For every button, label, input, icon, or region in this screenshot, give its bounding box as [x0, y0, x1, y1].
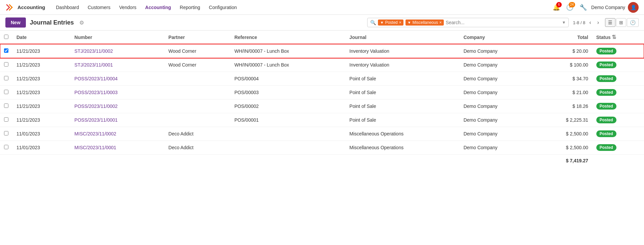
row-journal: Point of Sale [345, 113, 460, 127]
search-input[interactable] [446, 20, 560, 25]
nav-configuration[interactable]: Configuration [205, 3, 241, 12]
table-row[interactable]: 11/21/2023 STJ/2023/11/0002 Wood Corner … [0, 44, 644, 58]
status-badge: Posted [596, 130, 616, 137]
activity-view-button[interactable]: 🕐 [627, 18, 639, 27]
row-journal: Miscellaneous Operations [345, 141, 460, 155]
row-checkbox-cell[interactable] [0, 44, 12, 58]
row-number[interactable]: MISC/2023/11/0002 [71, 127, 165, 141]
nav-vendors[interactable]: Vendors [115, 3, 140, 12]
row-checkbox-cell[interactable] [0, 72, 12, 86]
top-navigation: Accounting Dashboard Customers Vendors A… [0, 0, 644, 15]
app-logo[interactable] [5, 3, 13, 11]
nav-customers[interactable]: Customers [84, 3, 115, 12]
new-button[interactable]: New [5, 17, 26, 28]
notifications-button[interactable]: 🔔 6 [551, 2, 562, 13]
row-checkbox-cell[interactable] [0, 127, 12, 141]
row-reference: POS/00004 [230, 72, 345, 86]
nav-accounting[interactable]: Accounting [141, 3, 175, 12]
row-checkbox[interactable] [4, 117, 8, 122]
activities-button[interactable]: 🕐 24 [564, 2, 575, 13]
row-number[interactable]: POSS/2023/11/0003 [71, 86, 165, 99]
user-avatar[interactable]: 👤 [628, 2, 639, 13]
table-row[interactable]: 11/21/2023 POSS/2023/11/0004 POS/00004 P… [0, 72, 644, 86]
row-status: Posted [592, 86, 644, 99]
col-header-number[interactable]: Number [71, 31, 165, 44]
row-status: Posted [592, 58, 644, 72]
row-number[interactable]: MISC/2023/11/0001 [71, 141, 165, 155]
row-checkbox[interactable] [4, 76, 8, 80]
select-all-header[interactable] [0, 31, 12, 44]
row-checkbox-cell[interactable] [0, 113, 12, 127]
row-checkbox[interactable] [4, 62, 8, 67]
row-number[interactable]: POSS/2023/11/0001 [71, 113, 165, 127]
row-partner [164, 99, 230, 113]
row-checkbox[interactable] [4, 48, 8, 53]
column-reorder-icon[interactable]: ⇅ [612, 34, 616, 40]
row-reference [230, 141, 345, 155]
row-checkbox-cell[interactable] [0, 141, 12, 155]
row-reference: POS/00002 [230, 99, 345, 113]
journal-entries-table: Date Number Partner Reference Journal Co… [0, 31, 644, 167]
row-number[interactable]: POSS/2023/11/0004 [71, 72, 165, 86]
tools-button[interactable]: 🔧 [578, 2, 589, 13]
col-header-company[interactable]: Company [460, 31, 537, 44]
col-header-reference[interactable]: Reference [230, 31, 345, 44]
company-name[interactable]: Demo Company [591, 5, 625, 10]
table-row[interactable]: 11/21/2023 POSS/2023/11/0002 POS/00002 P… [0, 99, 644, 113]
col-header-total[interactable]: Total [536, 31, 592, 44]
col-header-date[interactable]: Date [12, 31, 71, 44]
row-checkbox[interactable] [4, 90, 8, 94]
row-date: 11/21/2023 [12, 113, 71, 127]
row-checkbox[interactable] [4, 131, 8, 135]
filter-icon-misc: ▼ [407, 21, 411, 25]
footer-total: $ 7,419.27 [536, 155, 592, 167]
remove-filter-misc[interactable]: × [439, 20, 442, 25]
row-total: $ 2,500.00 [536, 141, 592, 155]
row-date: 11/21/2023 [12, 99, 71, 113]
notification-badge: 6 [556, 2, 562, 7]
row-company: Demo Company [460, 72, 537, 86]
prev-page-button[interactable]: ‹ [587, 19, 593, 26]
next-page-button[interactable]: › [595, 19, 601, 26]
select-all-checkbox[interactable] [4, 35, 8, 39]
col-header-partner[interactable]: Partner [164, 31, 230, 44]
col-header-journal[interactable]: Journal [345, 31, 460, 44]
activities-badge: 24 [569, 2, 575, 7]
row-number[interactable]: STJ/2023/11/0001 [71, 58, 165, 72]
footer-spacer [0, 155, 536, 167]
row-total: $ 2,225.31 [536, 113, 592, 127]
row-checkbox-cell[interactable] [0, 99, 12, 113]
table-row[interactable]: 11/21/2023 STJ/2023/11/0001 Wood Corner … [0, 58, 644, 72]
remove-filter-posted[interactable]: × [399, 20, 401, 25]
col-header-status[interactable]: Status ⇅ [592, 31, 644, 44]
table-row[interactable]: 11/01/2023 MISC/2023/11/0001 Deco Addict… [0, 141, 644, 155]
status-badge: Posted [596, 75, 616, 82]
row-date: 11/01/2023 [12, 127, 71, 141]
row-number[interactable]: POSS/2023/11/0002 [71, 99, 165, 113]
row-checkbox[interactable] [4, 145, 8, 149]
table-row[interactable]: 11/21/2023 POSS/2023/11/0003 POS/00003 P… [0, 86, 644, 99]
row-journal: Point of Sale [345, 99, 460, 113]
row-number[interactable]: STJ/2023/11/0002 [71, 44, 165, 58]
row-company: Demo Company [460, 58, 537, 72]
nav-reporting[interactable]: Reporting [176, 3, 204, 12]
row-date: 11/21/2023 [12, 72, 71, 86]
settings-gear-icon[interactable]: ⚙ [79, 19, 84, 26]
row-reference: WH/IN/00007 - Lunch Box [230, 44, 345, 58]
nav-menu: Dashboard Customers Vendors Accounting R… [52, 3, 550, 12]
row-checkbox[interactable] [4, 104, 8, 108]
search-icon: 🔍 [370, 20, 376, 25]
nav-dashboard[interactable]: Dashboard [52, 3, 83, 12]
row-checkbox-cell[interactable] [0, 58, 12, 72]
list-view-button[interactable]: ☰ [605, 18, 615, 27]
status-badge: Posted [596, 117, 616, 123]
table-container: Date Number Partner Reference Journal Co… [0, 31, 644, 167]
table-row[interactable]: 11/21/2023 POSS/2023/11/0001 POS/00001 P… [0, 113, 644, 127]
pagination-text: 1-8 / 8 [573, 20, 585, 25]
kanban-view-button[interactable]: ⊞ [616, 18, 626, 27]
row-status: Posted [592, 44, 644, 58]
table-row[interactable]: 11/01/2023 MISC/2023/11/0002 Deco Addict… [0, 127, 644, 141]
status-badge: Posted [596, 103, 616, 110]
row-checkbox-cell[interactable] [0, 86, 12, 99]
search-dropdown-arrow[interactable]: ▼ [562, 20, 566, 25]
